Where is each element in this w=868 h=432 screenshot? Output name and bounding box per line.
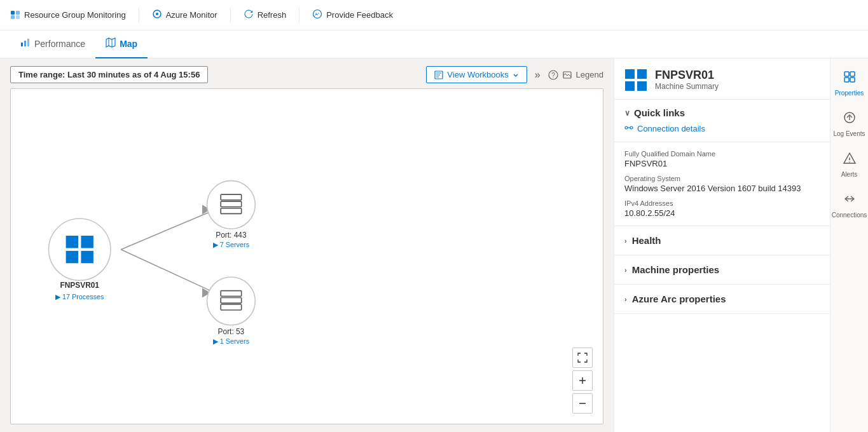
feedback-link[interactable]: Provide Feedback [312,9,393,22]
svg-rect-28 [81,236,93,248]
map-tab-label: Map [120,39,137,49]
svg-line-23 [121,250,210,291]
view-workbooks-label: View Workbooks [447,70,508,79]
quick-links-content: Connection details [614,123,830,142]
top-bar: Resource Group Monitoring Azure Monitor … [0,0,868,30]
connection-details-label: Connection details [637,124,705,133]
svg-rect-54 [850,72,855,76]
main-content: Time range: Last 30 minutes as of 4 Aug … [0,58,868,432]
divider-2 [230,8,231,23]
properties-panel-item[interactable]: Properties [830,64,868,103]
refresh-link[interactable]: Refresh [244,9,287,22]
zoom-in-button[interactable] [572,370,593,391]
machine-subtitle: Machine Summary [655,82,719,91]
machine-info: FNPSVR01 Machine Summary [655,69,719,91]
svg-rect-1 [16,11,20,15]
toolbar-right: View Workbooks » ? Legend [426,66,603,83]
quick-links-chevron: ∨ [624,109,630,118]
fqdn-value: FNPSVR01 [624,159,820,168]
svg-point-37 [207,277,256,325]
tab-performance[interactable]: Performance [10,30,95,58]
log-events-panel-item[interactable]: Log Events [830,104,868,144]
feedback-icon [312,9,322,22]
azure-arc-header[interactable]: › Azure Arc properties [614,285,830,313]
os-label: Operating System [624,175,820,182]
legend-area: ? Legend [548,70,603,80]
svg-rect-21 [563,72,571,78]
fit-to-screen-button[interactable] [572,348,593,368]
tab-map[interactable]: Map [95,30,148,58]
svg-rect-47 [637,69,647,79]
feedback-label: Provide Feedback [326,10,393,20]
svg-rect-49 [637,81,647,91]
refresh-label: Refresh [258,10,287,20]
svg-rect-53 [844,72,849,76]
toolbar-row: Time range: Last 30 minutes as of 4 Aug … [10,66,603,83]
ipv4-label: IPv4 Addresses [624,199,820,207]
health-header[interactable]: › Health [614,226,830,255]
divider-3 [299,8,300,23]
machine-header: FNPSVR01 Machine Summary [614,58,830,100]
svg-point-5 [156,13,158,15]
expand-button[interactable]: » [532,69,543,81]
svg-rect-3 [16,15,20,19]
quick-links-title: Quick links [634,107,685,118]
icon-panel: Properties Log Events Alerts Connections [830,58,868,432]
view-workbooks-button[interactable]: View Workbooks [426,66,527,83]
machine-properties-section: › Machine properties [614,255,830,285]
performance-tab-label: Performance [34,39,85,49]
azure-monitor-icon [152,9,162,22]
svg-point-50 [625,126,628,129]
svg-text:▶ 1 Servers: ▶ 1 Servers [213,337,250,345]
center-panel: Time range: Last 30 minutes as of 4 Aug … [0,58,614,432]
health-label: Health [632,235,661,246]
svg-point-6 [313,10,322,18]
workbooks-icon [434,71,443,79]
svg-text:?: ? [551,72,555,79]
time-range-button[interactable]: Time range: Last 30 minutes as of 4 Aug … [10,66,208,83]
workbooks-chevron-icon [513,72,519,78]
svg-text:Port: 443: Port: 443 [216,231,247,240]
svg-text:▶ 7 Servers: ▶ 7 Servers [213,241,250,248]
zoom-out-button[interactable] [572,393,593,414]
svg-rect-27 [66,236,78,248]
alerts-panel-item[interactable]: Alerts [830,145,868,184]
server-name-label: FNPSVR01 [60,281,100,290]
legend-help-icon: ? [548,70,558,80]
health-chevron-icon: › [624,237,627,245]
azure-arc-section: › Azure Arc properties [614,285,830,314]
svg-rect-0 [11,11,15,15]
connection-details-link[interactable]: Connection details [624,123,820,134]
svg-rect-56 [850,78,855,82]
time-range-prefix: Time range: [18,70,67,79]
machine-title: FNPSVR01 [655,69,719,82]
connections-icon [843,192,857,209]
azure-monitor-link[interactable]: Azure Monitor [152,9,217,22]
divider-1 [139,8,139,23]
svg-rect-30 [81,251,93,263]
windows-logo-icon [624,69,647,91]
svg-point-7 [315,13,316,13]
health-section: › Health [614,226,830,255]
resource-group-link[interactable]: Resource Group Monitoring [10,9,126,22]
map-tab-icon [106,37,116,50]
os-value: Windows Server 2016 Version 1607 build 1… [624,184,820,193]
map-canvas: FNPSVR01 ▶ 17 Processes Port: 443 ▶ 7 Se… [10,88,603,424]
azure-arc-chevron-icon: › [624,295,627,303]
quick-links-header[interactable]: ∨ Quick links [614,100,830,123]
legend-image-icon [562,70,572,80]
azure-monitor-label: Azure Monitor [166,10,217,20]
svg-marker-12 [106,38,115,47]
svg-point-31 [207,180,256,229]
connections-panel-label: Connections [832,212,867,219]
svg-point-51 [630,126,633,129]
azure-arc-label: Azure Arc properties [632,294,726,304]
map-svg: FNPSVR01 ▶ 17 Processes Port: 443 ▶ 7 Se… [11,89,603,424]
log-events-icon [843,111,857,128]
performance-tab-icon [20,37,31,50]
svg-rect-10 [24,41,26,46]
machine-properties-header[interactable]: › Machine properties [614,255,830,284]
time-range-value: Last 30 minutes as of 4 Aug 15:56 [67,70,200,79]
connection-icon [624,123,633,134]
connections-panel-item[interactable]: Connections [830,186,868,225]
